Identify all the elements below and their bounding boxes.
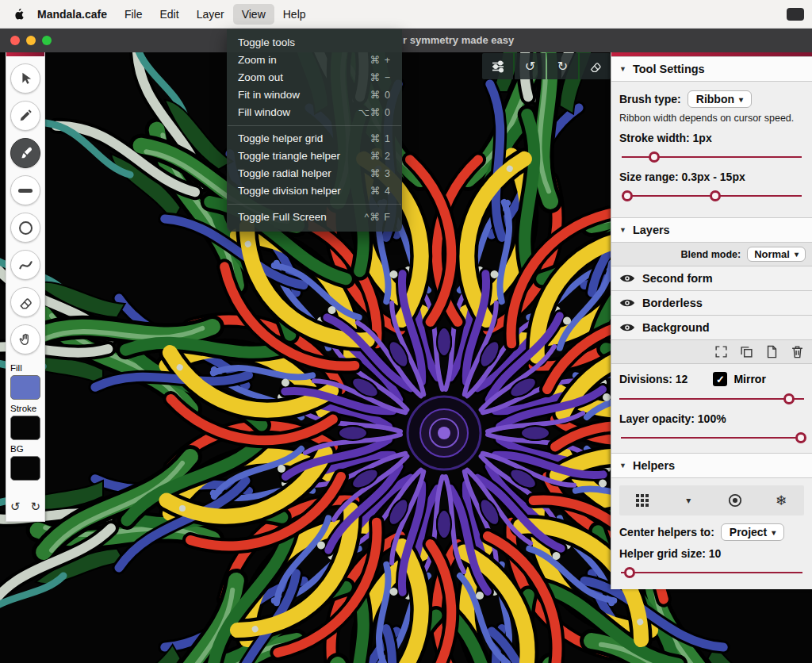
layer-row-second-form[interactable]: Second form [611,266,812,291]
expand-icon[interactable] [714,345,728,358]
circle-icon [19,221,33,235]
stroke-label: Stroke [10,404,40,413]
redo-button[interactable]: ↻ [31,500,41,514]
mirror-label: Mirror [733,373,765,385]
menu-item-fill-window[interactable]: Fill window ⌥⌘ 0 [227,104,402,121]
canvas-options-button[interactable] [482,53,513,79]
tool-settings-title: Tool Settings [633,63,705,75]
grid-icon [635,493,649,508]
menu-item-toggle-full-screen[interactable]: Toggle Full Screen ^⌘ F [227,209,402,226]
ellipse-tool-button[interactable] [10,213,40,243]
new-layer-icon[interactable] [765,345,779,358]
bg-color-swatch[interactable] [10,456,40,481]
stroke-width-label: Stroke width: 1px [619,132,804,144]
mirror-checkbox[interactable]: ✓ [713,372,727,386]
line-tool-button[interactable] [10,175,40,205]
menubar-item-help[interactable]: Help [274,4,315,25]
brush-icon [18,146,33,161]
menubar-item-view[interactable]: View [233,4,274,25]
divisions-label: Divisions: 12 [619,373,688,385]
layer-row-background[interactable]: Background [611,316,812,340]
slider-knob[interactable] [649,151,660,163]
menu-item-zoom-in[interactable]: Zoom in ⌘ + [227,52,402,69]
helper-dropdown-button[interactable]: ▾ [677,495,699,506]
size-range-slider[interactable] [622,190,802,201]
menu-item-toggle-radial-helper[interactable]: Toggle radial helper ⌘ 3 [227,165,402,182]
canvas-undo-button[interactable]: ↺ [515,53,546,79]
minimize-button[interactable] [26,36,36,45]
chevron-down-icon: ▼ [619,462,626,469]
section-layers[interactable]: ▼ Layers [611,217,812,243]
check-icon: ✓ [716,374,725,385]
menubar-item-file[interactable]: File [116,4,151,25]
target-icon [728,493,742,508]
canvas-toolbar: ↺ ↻ [482,53,611,79]
brush-type-dropdown[interactable]: Ribbon ▾ [688,90,752,108]
stroke-color-swatch[interactable] [10,416,40,440]
undo-button[interactable]: ↺ [10,500,21,514]
brush-caption: Ribbon width depends on cursor speed. [619,113,804,124]
zoom-button[interactable] [42,36,52,45]
division-helper-button[interactable]: ❄ [770,492,792,509]
close-button[interactable] [10,36,20,45]
menubar: Mandala.cafe File Edit Layer View Help [0,0,812,29]
helper-grid-size-slider[interactable] [621,566,802,578]
slider-knob-max[interactable] [710,190,721,201]
tools-sidebar: Fill Stroke BG ↺ ↻ [6,52,45,522]
bg-label: BG [10,444,40,454]
pencil-icon [18,109,33,123]
menubar-item-layer[interactable]: Layer [188,4,233,25]
helper-icons-row: ▾ ❄ [619,485,804,515]
trash-icon[interactable] [791,345,804,358]
eye-icon[interactable] [619,297,635,309]
menubar-item-edit[interactable]: Edit [151,4,188,25]
chevron-down-icon: ▾ [795,250,799,259]
menu-item-toggle-division-helper[interactable]: Toggle division helper ⌘ 4 [227,182,402,200]
chevron-down-icon: ▾ [686,495,691,506]
slider-knob-min[interactable] [622,190,633,201]
pencil-tool-button[interactable] [10,101,40,131]
pan-tool-button[interactable] [10,324,40,354]
select-tool-button[interactable] [10,63,40,94]
slider-knob[interactable] [624,567,635,578]
eye-icon[interactable] [619,322,635,333]
stroke-width-slider[interactable] [622,151,802,163]
apple-menu[interactable] [8,7,29,21]
canvas-redo-button[interactable]: ↻ [547,53,578,79]
menu-item-fit-in-window[interactable]: Fit in window ⌘ 0 [227,86,402,104]
blend-mode-dropdown[interactable]: Normal ▾ [747,247,806,262]
menu-item-toggle-helper-grid[interactable]: Toggle helper grid ⌘ 1 [227,130,402,148]
menu-item-toggle-tools[interactable]: Toggle tools [227,34,402,52]
menu-separator [228,125,401,126]
blend-mode-label: Blend mode: [680,249,741,260]
eye-icon[interactable] [619,273,635,284]
layer-opacity-slider[interactable] [621,431,802,443]
menubar-app-name[interactable]: Mandala.cafe [29,4,116,25]
duplicate-icon[interactable] [740,345,753,358]
fill-color-swatch[interactable] [10,375,40,400]
layer-opacity-label: Layer opacity: 100% [611,412,812,425]
radial-helper-button[interactable] [724,493,746,508]
settings-panel: ▼ Tool Settings Brush type: Ribbon ▾ Rib… [611,52,812,589]
canvas-clear-button[interactable] [580,53,611,79]
menu-item-toggle-triangle-helper[interactable]: Toggle triangle helper ⌘ 2 [227,148,402,165]
brush-tool-button[interactable] [10,138,40,168]
layers-title: Layers [633,224,670,236]
eraser-icon [18,295,33,310]
curve-tool-button[interactable] [10,250,40,280]
helper-grid-size-label: Helper grid size: 10 [611,547,812,560]
divisions-slider[interactable] [619,393,804,404]
menubar-status-icon[interactable] [787,8,804,21]
layer-row-borderless[interactable]: Borderless [611,291,812,316]
slider-knob[interactable] [783,393,795,404]
slider-knob[interactable] [795,432,806,443]
center-helpers-dropdown[interactable]: Project ▾ [721,523,785,541]
section-helpers[interactable]: ▼ Helpers [611,453,812,478]
eraser-tool-button[interactable] [10,287,40,317]
center-helpers-label: Center helpers to: [619,526,714,538]
menu-item-zoom-out[interactable]: Zoom out ⌘ − [227,69,402,86]
section-tool-settings[interactable]: ▼ Tool Settings [611,56,812,82]
grid-helper-button[interactable] [631,493,653,508]
curve-icon [18,258,33,273]
menu-separator [228,204,401,205]
